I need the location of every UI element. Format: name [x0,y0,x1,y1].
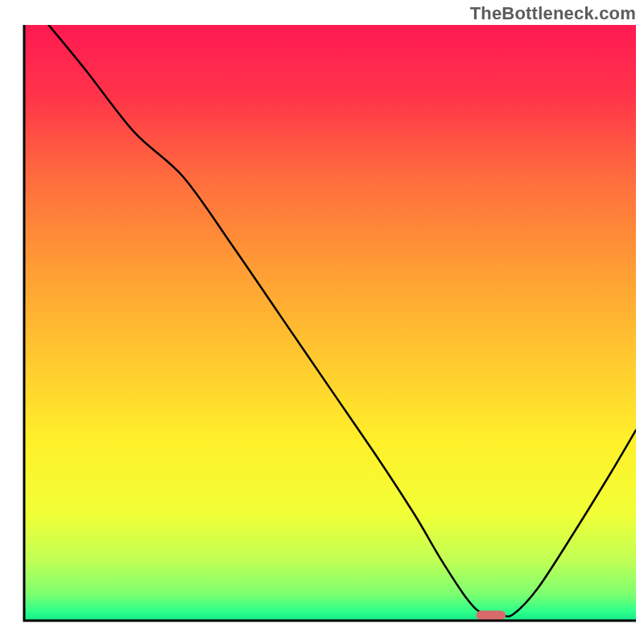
bottleneck-chart [0,0,644,644]
optimal-marker [477,610,506,620]
gradient-background [24,25,636,621]
watermark-text: TheBottleneck.com [470,3,636,24]
